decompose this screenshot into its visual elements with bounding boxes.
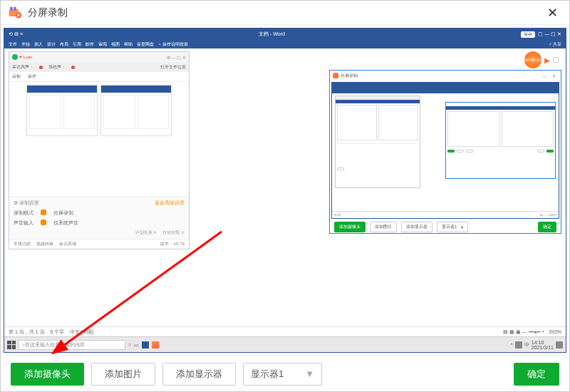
add-camera-button[interactable]: 添加摄像头: [11, 363, 84, 386]
start-button[interactable]: [7, 341, 16, 349]
word-window: ⟲ ⊞ ≡ 文档 - Word 保存 ▢ — ▢ ✕ 文件 开始 插入 设计 布…: [4, 28, 566, 353]
tray-icon[interactable]: [515, 341, 522, 349]
word-autosave: ⟲ ⊞ ≡: [9, 31, 23, 37]
taskbar-search[interactable]: ⌕ 在这里输入你要搜索的内容: [19, 340, 125, 350]
layout-thumb[interactable]: [26, 85, 98, 136]
auto-split[interactable]: 自动分割 ⊙: [162, 229, 185, 236]
ribbon-tab[interactable]: 布局: [60, 41, 68, 48]
nested2-preview: 第1页⊞ — + 100%: [331, 82, 559, 219]
word-ribbon[interactable]: 文件 开始 插入 设计 布局 引用 邮件 审阅 视图 帮助 百度网盘 ♀ 操作说…: [4, 40, 566, 48]
n2-add-camera[interactable]: 添加摄像头: [334, 222, 366, 232]
settings-panel: ⚙ 录制设置更多高级设置 录制模式分屏录制 声音输入仅系统声音 计划任务 ⊙自动…: [9, 196, 189, 239]
ribbon-share[interactable]: ♂ 共享: [549, 41, 561, 48]
play-icon[interactable]: ▶: [544, 56, 550, 64]
ribbon-tab[interactable]: 引用: [73, 41, 81, 48]
word-window-controls[interactable]: 保存 ▢ — ▢ ✕: [521, 31, 561, 38]
user-badge[interactable]: ♥ Lyan: [12, 54, 32, 60]
layout-thumb[interactable]: [100, 85, 172, 136]
ribbon-tab[interactable]: 百度网盘: [137, 41, 154, 48]
taskview-icon[interactable]: ▭: [134, 342, 139, 348]
window-title: 分屏录制: [28, 6, 543, 19]
ribbon-tab[interactable]: 插入: [34, 41, 43, 48]
ribbon-tab[interactable]: 帮助: [124, 41, 133, 48]
app-window: 分屏录制 ✕ ⟲ ⊞ ≡ 文档 - Word 保存 ▢ — ▢ ✕ 文件 开始 …: [0, 0, 570, 392]
add-display-button[interactable]: 添加显示器: [162, 363, 236, 386]
recording-widget[interactable]: 00:00:00 ▶: [524, 51, 559, 68]
display-select-value: 显示器1: [251, 368, 284, 381]
record-timer[interactable]: 00:00:00: [524, 51, 542, 68]
mini-preview-1: [335, 96, 420, 188]
ribbon-tab[interactable]: 开始: [21, 41, 30, 48]
tab-target[interactable]: 目标: [12, 73, 21, 80]
display-select[interactable]: 显示器1 ▼: [243, 363, 322, 386]
n2-add-display[interactable]: 添加显示器: [401, 222, 432, 232]
zoom-controls[interactable]: ▤ ▦ ▣ — ━━●━ + 393%: [503, 329, 561, 335]
tray-up-icon[interactable]: ^: [511, 342, 513, 347]
advanced-link[interactable]: 更多高级设置: [155, 200, 185, 207]
ribbon-tab[interactable]: 设计: [47, 41, 56, 48]
mode-icon: [41, 210, 46, 215]
mini-preview-2: [445, 102, 556, 179]
n2-add-image[interactable]: 添加图片: [370, 222, 397, 232]
nested-bottom-nav[interactable]: 常规功能 视频转换 会员商城 版本：V5.76: [9, 239, 189, 249]
plan-task[interactable]: 计划任务 ⊙: [135, 229, 157, 236]
version-label: 版本：V5.76: [160, 241, 185, 247]
mic-dot-icon: [39, 66, 43, 69]
sys-dot-icon: [71, 66, 75, 69]
sound-icon: [41, 220, 46, 225]
ribbon-search[interactable]: ♀ 操作说明搜索: [158, 41, 188, 48]
tray-ime[interactable]: 中: [524, 341, 529, 349]
n2-display-select[interactable]: 显示器1▾: [437, 222, 468, 232]
ribbon-tab[interactable]: 邮件: [86, 41, 94, 48]
chevron-down-icon: ▼: [305, 368, 314, 379]
close-button[interactable]: ✕: [543, 5, 562, 21]
nested-tabs[interactable]: 目标 操作: [9, 72, 189, 82]
app-logo-icon: [8, 6, 22, 20]
n2-confirm[interactable]: 确定: [538, 222, 556, 232]
windows-taskbar[interactable]: ⌕ 在这里输入你要搜索的内容 ○ ▭ ^ 中 14:102021/3/11: [4, 336, 566, 352]
ribbon-tab[interactable]: 审阅: [98, 41, 107, 48]
word-title: 文档 - Word: [259, 31, 285, 38]
nested-toolbar: 采访风声： 系统声： 打开文件位置: [9, 62, 189, 72]
nested-split-dialog: 分屏录制 — ✕: [329, 70, 561, 234]
nested2-logo-icon: [333, 73, 338, 78]
tab-operate[interactable]: 操作: [28, 73, 36, 80]
stop-icon[interactable]: [553, 57, 559, 63]
word-body: 00:00:00 ▶ ♥ Lyan ⚙ — ▢ ✕ 采访风声： 系统声： 打开文…: [4, 48, 566, 326]
svg-rect-2: [14, 6, 16, 10]
bottom-toolbar: 添加摄像头 添加图片 添加显示器 显示器1 ▼ 确定: [1, 356, 569, 391]
nested-titlebar: ♥ Lyan ⚙ — ▢ ✕: [9, 52, 189, 62]
ribbon-tab[interactable]: 视图: [111, 41, 120, 48]
add-image-button[interactable]: 添加图片: [91, 363, 155, 386]
preview-area: ⟲ ⊞ ≡ 文档 - Word 保存 ▢ — ▢ ✕ 文件 开始 插入 设计 布…: [1, 25, 569, 356]
nested2-titlebar: 分屏录制 — ✕: [330, 71, 561, 81]
nested2-window-controls[interactable]: — ✕: [542, 73, 558, 78]
confirm-button[interactable]: 确定: [514, 363, 559, 386]
titlebar: 分屏录制 ✕: [1, 1, 569, 25]
svg-rect-1: [10, 6, 12, 10]
taskbar-word-icon[interactable]: [142, 341, 149, 349]
word-statusbar: 第 1 页，共 1 页 0 个字 中文(中国) ▤ ▦ ▣ — ━━●━ + 3…: [4, 326, 566, 336]
word-save-button[interactable]: 保存: [521, 31, 535, 38]
tray-notif-icon[interactable]: [556, 341, 563, 349]
nested2-statusbar: 第1页⊞ — + 100%: [332, 211, 559, 218]
nested-recorder-window: ♥ Lyan ⚙ — ▢ ✕ 采访风声： 系统声： 打开文件位置 目标 操作: [9, 51, 190, 249]
ribbon-tab[interactable]: 文件: [9, 41, 17, 48]
tray-time[interactable]: 14:102021/3/11: [532, 340, 554, 350]
nested2-bottombar: 添加摄像头 添加图片 添加显示器 显示器1▾ 确定: [330, 220, 561, 233]
nested-window-controls[interactable]: ⚙ — ▢ ✕: [167, 55, 186, 60]
thumbnail-area: [9, 82, 189, 196]
taskbar-recorder-icon[interactable]: [152, 341, 159, 349]
cortana-icon[interactable]: ○: [128, 342, 131, 347]
word-titlebar: ⟲ ⊞ ≡ 文档 - Word 保存 ▢ — ▢ ✕: [4, 29, 566, 40]
